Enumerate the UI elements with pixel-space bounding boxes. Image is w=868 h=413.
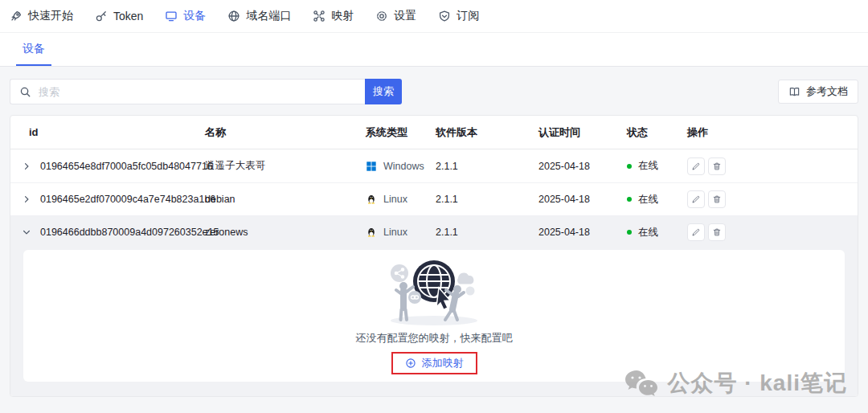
device-id: 0196465e2df070009c4a7e74b823a1b6	[40, 194, 205, 205]
device-os-label: Linux	[383, 194, 407, 205]
edit-button[interactable]	[687, 157, 705, 175]
table-header-row: id 名称 系统类型 软件版本 认证时间 状态 操作	[10, 116, 858, 149]
empty-mappings-illustration	[362, 257, 506, 326]
nav-item-token[interactable]: Token	[95, 10, 143, 22]
device-os: Linux	[366, 194, 436, 205]
nav-item-label: 映射	[331, 9, 354, 23]
tab-devices[interactable]: 设备	[16, 33, 51, 66]
device-version: 2.1.1	[436, 194, 538, 205]
search-input[interactable]	[39, 86, 356, 98]
watermark: 公众号 · kali笔记	[624, 368, 847, 399]
device-version: 2.1.1	[436, 227, 538, 238]
device-os-label: Linux	[383, 227, 407, 238]
nav-item-domain-port[interactable]: 域名端口	[227, 9, 291, 23]
windows-logo-icon	[366, 161, 377, 172]
device-name: zeronews	[205, 227, 366, 238]
main-content: 搜索 参考文档 id 名称 系统类型 软件版本 认证时间 状态 操作 01964…	[0, 67, 868, 412]
column-header-version: 软件版本	[436, 125, 538, 140]
pencil-icon	[691, 162, 701, 171]
device-auth-time: 2025-04-18	[538, 161, 627, 172]
key-icon	[95, 10, 108, 22]
delete-button[interactable]	[708, 190, 726, 208]
device-version: 2.1.1	[436, 161, 538, 172]
online-status-dot	[627, 164, 632, 169]
tab-strip: 设备	[0, 33, 868, 67]
device-status: 在线	[627, 193, 687, 206]
wechat-icon	[624, 369, 659, 398]
empty-mappings-message: 还没有配置您的映射，快来配置吧	[356, 331, 513, 346]
pencil-icon	[691, 194, 701, 204]
plus-circle-icon	[405, 358, 416, 369]
nav-item-label: 订阅	[457, 9, 479, 23]
edit-button[interactable]	[687, 223, 705, 241]
table-row-expanded: 0196466ddbb870009a4d097260352e15 zeronew…	[10, 215, 858, 248]
nav-item-label: 快速开始	[28, 9, 73, 23]
nav-item-mapping[interactable]: 映射	[313, 9, 354, 23]
column-header-auth-time: 认证时间	[538, 125, 627, 140]
status-label: 在线	[638, 226, 658, 239]
top-navigation: 快速开始 Token 设备 域名端口 映射 设置 订阅	[0, 0, 868, 33]
row-operations	[687, 223, 858, 241]
nav-item-devices[interactable]: 设备	[165, 9, 206, 23]
expand-chevron-right-icon[interactable]	[10, 162, 40, 171]
device-os: Windows	[366, 161, 436, 172]
search-group: 搜索	[10, 79, 402, 104]
search-button[interactable]: 搜索	[365, 79, 402, 104]
column-header-status: 状态	[627, 125, 687, 140]
device-status: 在线	[627, 159, 687, 173]
device-status: 在线	[627, 226, 687, 239]
device-auth-time: 2025-04-18	[538, 194, 627, 205]
device-name: 逍遥子大表哥	[205, 159, 366, 173]
nav-item-label: 设备	[183, 9, 206, 23]
devices-table: id 名称 系统类型 软件版本 认证时间 状态 操作 01964654e8df7…	[10, 115, 858, 397]
nav-item-label: Token	[113, 10, 143, 22]
delete-button[interactable]	[708, 157, 726, 175]
expand-chevron-down-icon[interactable]	[10, 227, 40, 237]
search-box	[10, 79, 365, 104]
nav-item-label: 设置	[394, 9, 416, 23]
table-row: 01964654e8df7000a5fc05db48047716 逍遥子大表哥 …	[10, 149, 858, 182]
device-auth-time: 2025-04-18	[538, 227, 627, 238]
row-operations	[687, 157, 858, 175]
add-mapping-button[interactable]: 添加映射	[405, 356, 464, 370]
search-icon	[19, 86, 31, 98]
online-status-dot	[627, 230, 632, 235]
column-header-os: 系统类型	[366, 125, 436, 140]
globe-icon	[227, 10, 240, 22]
column-header-id: id	[10, 126, 205, 138]
device-os: Linux	[366, 227, 436, 238]
column-header-name: 名称	[205, 125, 366, 140]
row-operations	[687, 190, 858, 208]
online-status-dot	[627, 197, 632, 202]
device-id: 0196466ddbb870009a4d097260352e15	[40, 227, 205, 238]
device-id: 01964654e8df7000a5fc05db48047716	[40, 161, 205, 172]
book-icon	[788, 86, 800, 98]
linux-penguin-icon	[366, 194, 377, 205]
table-row: 0196465e2df070009c4a7e74b823a1b6 debian …	[10, 182, 858, 215]
expand-chevron-right-icon[interactable]	[10, 194, 40, 204]
linux-penguin-icon	[366, 227, 377, 238]
nav-item-settings[interactable]: 设置	[375, 9, 416, 23]
delete-button[interactable]	[708, 223, 726, 241]
monitor-icon	[165, 10, 178, 22]
nav-item-subscription[interactable]: 订阅	[438, 9, 479, 23]
hub-icon	[313, 10, 326, 22]
add-mapping-label: 添加映射	[422, 356, 464, 370]
pencil-icon	[691, 227, 701, 237]
status-label: 在线	[638, 193, 658, 206]
column-header-operations: 操作	[687, 125, 858, 140]
watermark-text: 公众号 · kali笔记	[667, 368, 847, 399]
trash-icon	[712, 162, 722, 171]
device-os-label: Windows	[383, 161, 424, 172]
nav-item-label: 域名端口	[246, 9, 291, 23]
edit-button[interactable]	[687, 190, 705, 208]
nav-item-quick-start[interactable]: 快速开始	[10, 9, 73, 23]
annotation-highlight-box: 添加映射	[391, 352, 477, 374]
reference-docs-button[interactable]: 参考文档	[778, 80, 858, 104]
device-name: debian	[205, 194, 366, 205]
trash-icon	[712, 227, 722, 237]
docs-button-label: 参考文档	[806, 84, 848, 99]
toolbar: 搜索 参考文档	[10, 79, 858, 104]
certificate-icon	[438, 10, 451, 22]
gear-icon	[375, 10, 388, 22]
